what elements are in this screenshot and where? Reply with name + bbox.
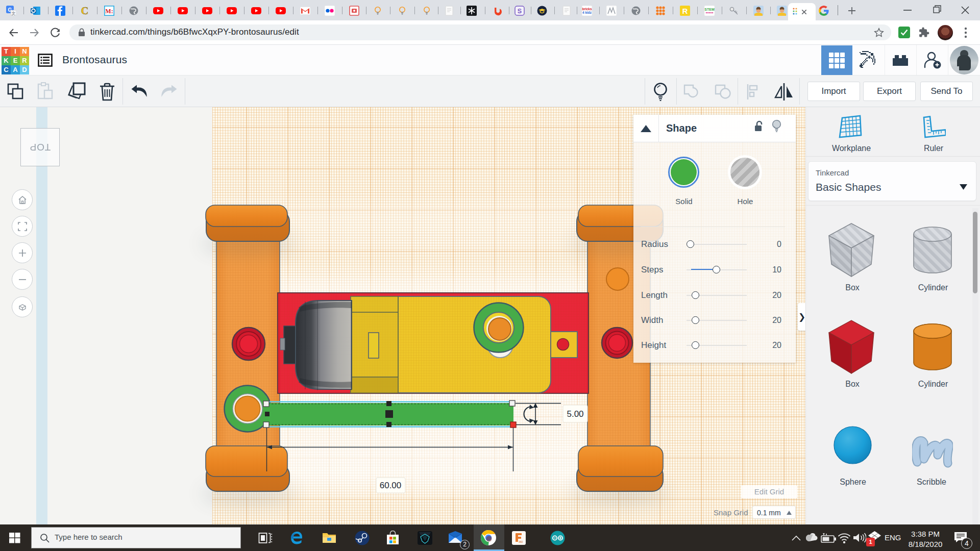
svg-text:R: R (682, 7, 688, 15)
svg-text:C: C (81, 6, 88, 16)
svg-text:文: 文 (12, 11, 16, 16)
svg-text:STEM: STEM (704, 8, 715, 11)
svg-text:60.00: 60.00 (380, 481, 402, 490)
svg-text:5.00: 5.00 (567, 409, 583, 419)
svg-text:bricks: bricks (582, 7, 592, 11)
svg-text:S: S (518, 8, 522, 15)
svg-text:4 kidz: 4 kidz (582, 11, 592, 14)
svg-text:M:: M: (105, 8, 113, 15)
